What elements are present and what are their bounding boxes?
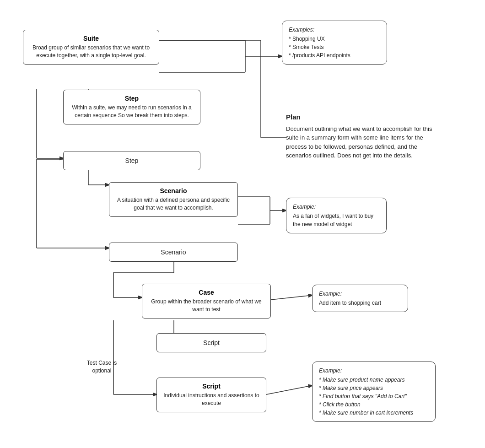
test-case-optional-label: Test Case is optional xyxy=(80,359,124,375)
script1-label: Script xyxy=(203,339,220,346)
suite-box: Suite Broad group of similar scenarios t… xyxy=(23,30,159,65)
step1-title: Step xyxy=(70,95,194,102)
case-example-box: Example: Add item to shopping cart xyxy=(312,285,408,312)
suite-example-line3: * /products API endpoints xyxy=(289,51,380,59)
step2-box: Step xyxy=(63,151,200,170)
svg-line-17 xyxy=(266,385,313,394)
plan-block: Plan Document outlining what we want to … xyxy=(286,112,442,160)
suite-title: Suite xyxy=(30,35,152,42)
scenario-example-title: Example: xyxy=(293,203,380,211)
plan-title: Plan xyxy=(286,112,442,123)
case-box: Case Group within the broader scenario o… xyxy=(142,284,271,318)
script2-desc: Individual instructions and assertions t… xyxy=(163,392,259,407)
script2-box: Script Individual instructions and asser… xyxy=(156,378,266,412)
suite-example-title: Examples: xyxy=(289,26,380,34)
scenario-example-box: Example: As a fan of widgets, I want to … xyxy=(286,198,387,233)
case-desc: Group within the broader scenario of wha… xyxy=(149,298,264,313)
step2-label: Step xyxy=(125,157,139,164)
case-example-line: Add item to shopping cart xyxy=(319,299,401,307)
script1-box: Script xyxy=(156,333,266,352)
script-example-l5: * Make sure number in cart increments xyxy=(319,409,429,417)
script-example-l3: * Find button that says "Add to Cart" xyxy=(319,392,429,400)
script-example-l1: * Make sure product name appears xyxy=(319,376,429,384)
plan-desc: Document outlining what we want to accom… xyxy=(286,124,442,160)
scenario1-desc: A situation with a defined persona and s… xyxy=(116,196,231,212)
scenario-example-line: As a fan of widgets, I want to buy the n… xyxy=(293,212,380,228)
case-title: Case xyxy=(149,289,264,296)
script-example-title: Example: xyxy=(319,367,429,375)
script2-title: Script xyxy=(163,383,259,390)
scenario1-title: Scenario xyxy=(116,187,231,194)
suite-example-box: Examples: * Shopping UX * Smoke Tests * … xyxy=(282,21,387,65)
script-example-l4: * Click the button xyxy=(319,400,429,409)
diagram: Suite Broad group of similar scenarios t… xyxy=(0,0,485,448)
script-example-box: Example: * Make sure product name appear… xyxy=(312,362,436,422)
case-example-title: Example: xyxy=(319,290,401,298)
scenario2-label: Scenario xyxy=(161,248,186,256)
scenario2-box: Scenario xyxy=(109,243,238,262)
scenario1-box: Scenario A situation with a defined pers… xyxy=(109,182,238,217)
svg-line-14 xyxy=(271,295,313,300)
step1-box: Step Within a suite, we may need to run … xyxy=(63,90,200,124)
step1-desc: Within a suite, we may need to run scena… xyxy=(70,104,194,119)
script-example-l2: * Make sure price appears xyxy=(319,384,429,392)
test-case-text: Test Case is optional xyxy=(87,360,117,374)
suite-example-line2: * Smoke Tests xyxy=(289,43,380,51)
suite-desc: Broad group of similar scenarios that we… xyxy=(30,44,152,59)
suite-example-line1: * Shopping UX xyxy=(289,35,380,43)
